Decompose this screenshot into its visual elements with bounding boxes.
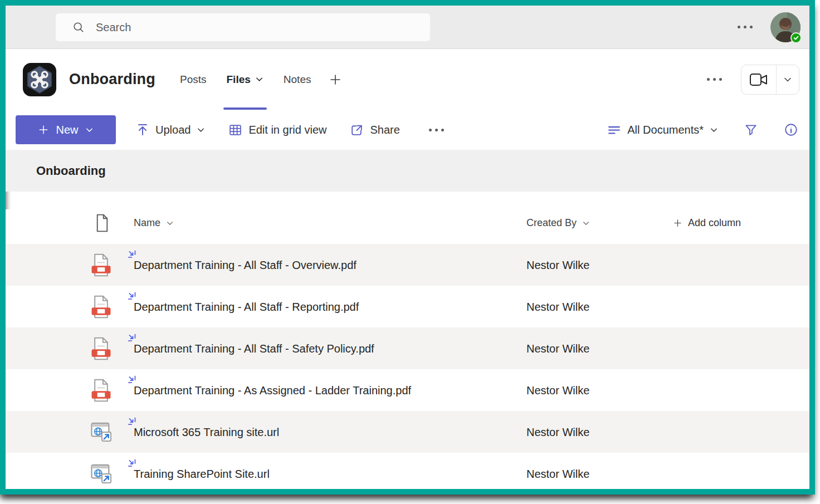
url-file-icon — [90, 421, 114, 443]
chevron-down-icon — [85, 126, 94, 134]
file-row[interactable]: Department Training - All Staff - Overvi… — [6, 244, 809, 286]
top-bar: Search — [6, 6, 809, 49]
column-header-name[interactable]: Name — [134, 217, 174, 229]
chevron-down-icon — [710, 126, 718, 134]
view-lines-icon — [607, 123, 621, 137]
user-avatar[interactable] — [770, 12, 801, 42]
share-button[interactable]: Share — [350, 123, 399, 137]
new-indicator-icon — [128, 375, 138, 385]
channel-header: Onboarding Posts Files Notes — [6, 49, 809, 110]
plus-icon — [38, 124, 49, 135]
chevron-down-icon — [582, 219, 590, 227]
meet-options-button[interactable] — [777, 65, 799, 94]
new-indicator-icon — [128, 250, 138, 260]
video-camera-icon — [749, 72, 768, 87]
tab-files[interactable]: Files — [217, 49, 274, 110]
chevron-down-icon — [166, 219, 174, 227]
file-name[interactable]: Department Training - All Staff - Report… — [134, 300, 359, 312]
file-created-by: Nestor Wilke — [526, 342, 589, 355]
search-placeholder: Search — [96, 21, 131, 34]
new-indicator-icon — [128, 292, 138, 301]
file-name[interactable]: Department Training - All Staff - Overvi… — [134, 258, 357, 271]
pdf-file-icon — [90, 295, 112, 319]
file-created-by: Nestor Wilke — [526, 258, 589, 271]
channel-more-options-icon[interactable] — [705, 74, 724, 85]
folder-name: Onboarding — [36, 164, 106, 178]
file-rows: Department Training - All Staff - Overvi… — [6, 244, 809, 489]
tab-posts[interactable]: Posts — [170, 49, 217, 110]
url-file-icon — [90, 463, 114, 485]
share-icon — [350, 123, 364, 137]
pdf-file-icon — [90, 253, 112, 277]
file-name[interactable]: Department Training - As Assigned - Ladd… — [134, 384, 411, 396]
edit-grid-view-button[interactable]: Edit in grid view — [228, 123, 326, 137]
file-row[interactable]: Department Training - As Assigned - Ladd… — [6, 369, 809, 411]
teams-window: Search — [6, 6, 809, 489]
file-created-by: Nestor Wilke — [526, 467, 589, 480]
file-name[interactable]: Training SharePoint Site.url — [134, 467, 270, 479]
more-options-icon[interactable] — [735, 21, 755, 33]
command-bar: New Upload Edit in grid view Share — [6, 110, 809, 150]
file-created-by: Nestor Wilke — [526, 384, 589, 397]
column-header-created-by[interactable]: Created By — [526, 217, 590, 229]
channel-title: Onboarding — [69, 71, 155, 88]
add-column-button[interactable]: Add column — [673, 217, 741, 229]
file-row[interactable]: Department Training - All Staff - Report… — [6, 286, 809, 327]
file-name[interactable]: Department Training - All Staff - Safety… — [134, 342, 374, 354]
team-icon — [22, 62, 57, 97]
info-icon[interactable] — [784, 123, 798, 137]
meet-now-button[interactable] — [741, 65, 776, 94]
new-button[interactable]: New — [16, 115, 116, 144]
search-input[interactable]: Search — [56, 13, 430, 41]
chevron-down-icon — [255, 75, 263, 84]
pdf-file-icon — [90, 336, 112, 360]
file-row[interactable]: Department Training - All Staff - Safety… — [6, 327, 809, 369]
file-row[interactable]: Microsoft 365 Training site.url Nestor W… — [6, 411, 809, 453]
file-created-by: Nestor Wilke — [526, 300, 589, 313]
folder-breadcrumb: Onboarding — [6, 150, 809, 192]
upload-icon — [136, 123, 149, 136]
new-indicator-icon — [128, 459, 138, 468]
file-row[interactable]: Training SharePoint Site.url Nestor Wilk… — [6, 453, 809, 489]
search-icon — [72, 21, 85, 33]
chevron-down-icon — [197, 126, 205, 134]
plus-icon — [329, 73, 342, 86]
plus-icon — [673, 218, 682, 228]
new-indicator-icon — [128, 417, 138, 427]
window-frame: Search — [0, 0, 815, 495]
filter-icon[interactable] — [744, 123, 758, 137]
status-available-icon — [790, 32, 802, 43]
grid-icon — [228, 123, 242, 137]
document-column-icon[interactable] — [95, 214, 110, 232]
file-list: Name Created By Add column — [6, 209, 809, 489]
tab-bar: Posts Files Notes — [170, 49, 350, 110]
pdf-file-icon — [90, 378, 112, 402]
upload-button[interactable]: Upload — [136, 123, 205, 136]
new-indicator-icon — [128, 334, 138, 343]
tab-notes[interactable]: Notes — [274, 49, 321, 110]
add-tab-button[interactable] — [321, 49, 350, 110]
chevron-down-icon — [783, 75, 792, 84]
list-header: Name Created By Add column — [6, 209, 809, 244]
file-name[interactable]: Microsoft 365 Training site.url — [134, 425, 279, 438]
commandbar-more-icon[interactable] — [427, 124, 446, 136]
file-created-by: Nestor Wilke — [526, 425, 589, 438]
meet-split-button — [741, 65, 799, 95]
view-selector[interactable]: All Documents* — [607, 123, 718, 137]
